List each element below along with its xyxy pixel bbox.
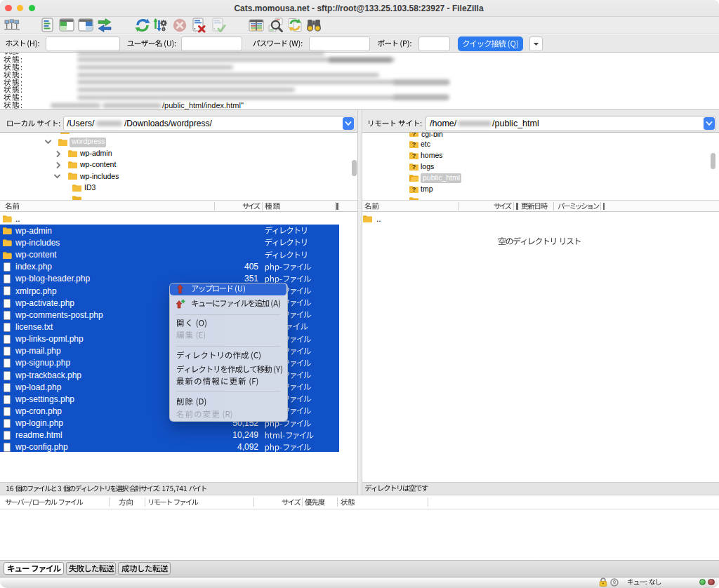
svg-text:?: ?	[412, 153, 416, 160]
svg-text:?: ?	[412, 187, 416, 194]
svg-text:?: ?	[412, 164, 416, 171]
svg-text:?: ?	[412, 133, 416, 137]
svg-text:?: ?	[412, 142, 416, 149]
